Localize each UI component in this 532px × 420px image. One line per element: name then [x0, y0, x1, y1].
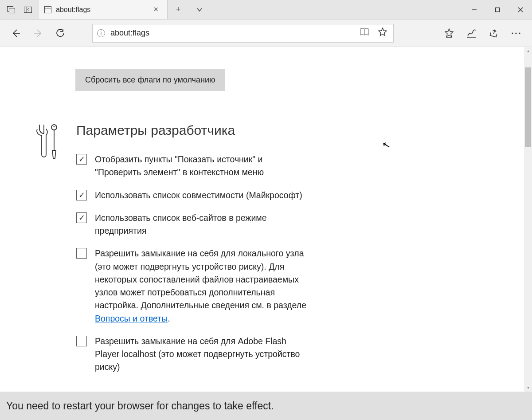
flag-label: Отобразить пункты "Показать источник" и … [95, 153, 310, 179]
flag-checkbox[interactable] [76, 154, 87, 165]
scroll-down-arrow-icon[interactable]: ▾ [524, 384, 532, 392]
new-tab-button[interactable]: + [168, 0, 189, 19]
svg-point-14 [51, 125, 57, 130]
close-tab-button[interactable]: × [150, 3, 162, 16]
reset-flags-button[interactable]: Сбросить все флаги по умолчанию [75, 69, 225, 91]
toolbar: i [0, 20, 532, 47]
titlebar: about:flags × + [0, 0, 532, 20]
svg-point-11 [512, 32, 513, 34]
svg-point-12 [515, 32, 516, 34]
restart-notice-bar: You need to restart your browser for cha… [0, 392, 532, 420]
window-maximize-button[interactable] [486, 0, 509, 19]
scrollbar-thumb[interactable] [525, 67, 531, 147]
flag-checkbox[interactable] [76, 248, 87, 259]
svg-point-13 [519, 32, 520, 34]
window-minimize-button[interactable] [463, 0, 486, 19]
flag-checkbox[interactable] [76, 336, 87, 346]
page-content: Сбросить все флаги по умолчанию Параметр… [0, 47, 532, 392]
svg-rect-5 [496, 8, 500, 12]
favorites-hub-button[interactable] [440, 24, 459, 43]
window-close-button[interactable] [509, 0, 532, 19]
favorite-star-icon[interactable] [376, 27, 389, 39]
flag-option: Использовать список веб-сайтов в режиме … [76, 212, 310, 238]
flag-checkbox[interactable] [76, 212, 87, 223]
svg-rect-1 [9, 8, 15, 13]
more-menu-button[interactable] [506, 24, 526, 43]
refresh-button[interactable] [51, 24, 70, 43]
tab-title: about:flags [56, 6, 145, 14]
developer-tools-icon [35, 123, 63, 384]
browser-tab[interactable]: about:flags × [39, 0, 168, 19]
tab-actions [0, 0, 39, 19]
flag-label: Разрешить замыкание на себя для Adobe Fl… [95, 335, 310, 374]
flag-option: Использовать список совместимости (Майкр… [76, 189, 310, 202]
scroll-up-arrow-icon[interactable]: ▴ [524, 47, 532, 55]
flag-label: Использовать список совместимости (Майкр… [95, 189, 302, 202]
flag-checkbox[interactable] [76, 190, 87, 200]
flag-label: Разрешить замыкание на себя для локально… [95, 247, 310, 325]
flag-option: Отобразить пункты "Показать источник" и … [76, 153, 310, 179]
section-title: Параметры разработчика [76, 123, 310, 138]
forward-button[interactable] [28, 24, 48, 43]
site-info-icon[interactable]: i [97, 29, 105, 37]
notes-button[interactable] [462, 24, 481, 43]
svg-rect-2 [24, 7, 32, 12]
flag-label: Использовать список веб-сайтов в режиме … [95, 212, 310, 238]
share-button[interactable] [484, 24, 504, 43]
flag-option: Разрешить замыкание на себя для локально… [76, 247, 310, 325]
url-input[interactable] [110, 28, 352, 38]
restart-notice-text: You need to restart your browser for cha… [6, 400, 274, 412]
set-aside-tabs-button[interactable] [20, 2, 35, 17]
page-icon [44, 6, 51, 13]
faq-link[interactable]: Вопросы и ответы [95, 314, 168, 323]
flag-option: Разрешить замыкание на себя для Adobe Fl… [76, 335, 310, 374]
reading-view-icon[interactable] [358, 28, 371, 38]
tab-overflow-button[interactable] [189, 0, 210, 19]
address-bar[interactable]: i [92, 24, 394, 43]
developer-settings-section: Параметры разработчика Отобразить пункты… [35, 123, 310, 384]
tabs-preview-button[interactable] [4, 2, 19, 17]
vertical-scrollbar[interactable]: ▴ ▾ [524, 47, 532, 392]
back-button[interactable] [6, 24, 26, 43]
